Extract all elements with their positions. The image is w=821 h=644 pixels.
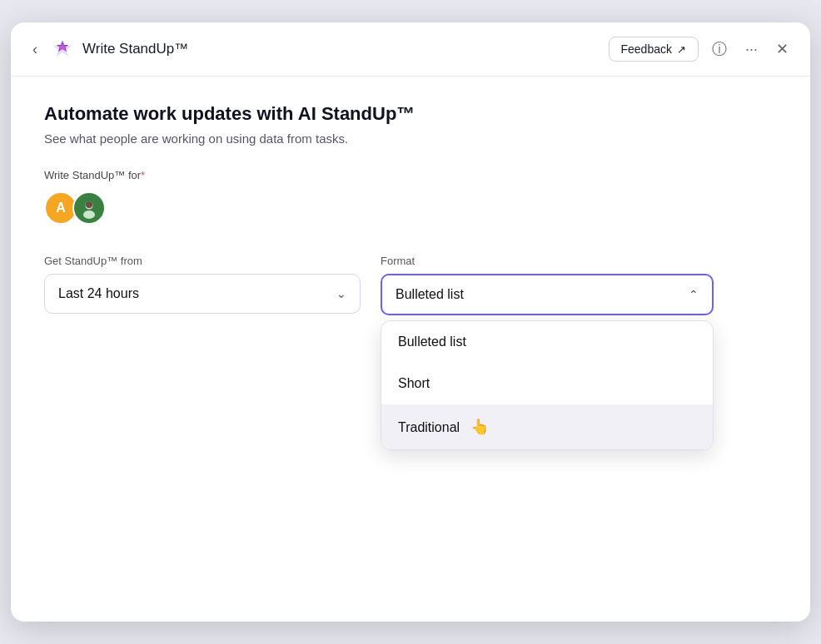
external-link-icon: ↗ — [677, 43, 686, 56]
get-standup-group: Get StandUp™ from Last 24 hours ⌄ — [44, 255, 361, 314]
info-icon: ⓘ — [712, 39, 727, 59]
back-icon: ‹ — [32, 41, 37, 58]
format-option-bulleted-list[interactable]: Bulleted list — [381, 321, 713, 363]
format-group: Format Bulleted list ⌃ Bulleted list Sho… — [381, 255, 714, 315]
hero-heading: Automate work updates with AI StandUp™ — [44, 103, 777, 125]
format-dropdown: Bulleted list Short Traditional 👆 — [381, 320, 714, 450]
chevron-up-icon: ⌃ — [689, 288, 699, 301]
back-button[interactable]: ‹ — [27, 37, 42, 62]
close-icon: ✕ — [776, 40, 789, 58]
format-select[interactable]: Bulleted list ⌃ — [381, 274, 714, 315]
avatars-row: A — [44, 191, 777, 225]
modal-header: ‹ Write StandUp™ Feedback ↗ ⓘ ··· ✕ — [11, 22, 810, 77]
required-star: * — [141, 169, 145, 181]
avatar-img-svg — [77, 196, 101, 220]
hero-subheading: See what people are working on using dat… — [44, 131, 777, 146]
close-button[interactable]: ✕ — [771, 37, 794, 62]
get-standup-label: Get StandUp™ from — [44, 255, 361, 267]
write-for-label: Write StandUp™ for* — [44, 169, 777, 181]
more-button[interactable]: ··· — [740, 37, 763, 62]
modal-container: ‹ Write StandUp™ Feedback ↗ ⓘ ··· ✕ Auto… — [11, 22, 810, 622]
cursor-icon: 👆 — [470, 418, 489, 436]
modal-title: Write StandUp™ — [82, 41, 600, 57]
get-standup-value: Last 24 hours — [58, 286, 139, 301]
format-label: Format — [381, 255, 714, 267]
modal-body: Automate work updates with AI StandUp™ S… — [11, 77, 810, 622]
info-button[interactable]: ⓘ — [707, 36, 732, 62]
format-option-short[interactable]: Short — [381, 363, 713, 404]
get-standup-select[interactable]: Last 24 hours ⌄ — [44, 274, 361, 314]
more-icon: ··· — [745, 41, 758, 58]
format-option-traditional[interactable]: Traditional 👆 — [381, 404, 713, 449]
chevron-down-icon: ⌄ — [336, 287, 346, 300]
logo-icon — [51, 37, 74, 61]
format-value: Bulleted list — [396, 287, 464, 302]
feedback-label: Feedback — [621, 42, 672, 56]
feedback-button[interactable]: Feedback ↗ — [609, 37, 699, 62]
svg-point-1 — [83, 211, 95, 219]
form-row: Get StandUp™ from Last 24 hours ⌄ Format… — [44, 255, 777, 315]
avatar-img[interactable] — [72, 191, 106, 225]
